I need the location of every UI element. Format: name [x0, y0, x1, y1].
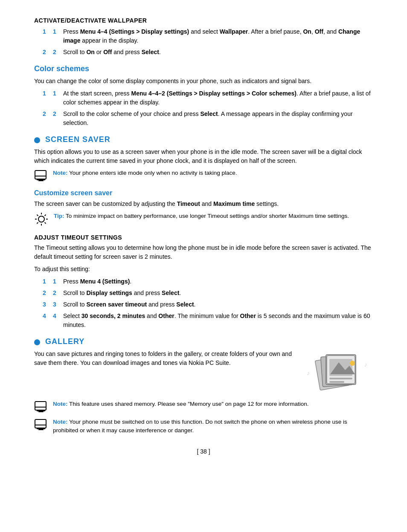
svg-rect-26: [38, 411, 44, 412]
adjust-timeout-desc2: To adjust this setting:: [34, 265, 373, 274]
cs-step-2-text: Scroll to the color scheme of your choic…: [63, 110, 373, 127]
gallery-note-1-text: Note: This feature uses shared memory. P…: [53, 400, 309, 408]
svg-text:♪: ♪: [307, 370, 310, 376]
gallery-note-2-text: Note: Your phone must be switched on to …: [53, 418, 373, 435]
svg-line-10: [45, 223, 46, 224]
gallery-bullet: [34, 339, 40, 345]
step-1: 1 Press Menu 4–4 (Settings > Display set…: [43, 27, 373, 45]
gallery-note-2-label: Note:: [53, 419, 68, 425]
svg-rect-1: [37, 179, 45, 180]
tip-svg: [34, 212, 49, 226]
svg-rect-3: [35, 176, 46, 176]
svg-line-11: [45, 215, 46, 216]
screen-saver-desc: This option allows you to use as a scree…: [34, 147, 373, 165]
adjust-timeout-title: ADJUST TIMEOUT SETTINGS: [34, 234, 373, 241]
gallery-section: GALLERY You can save pictures and ringin…: [34, 337, 373, 435]
cs-step-2: 2 Scroll to the color scheme of your cho…: [43, 110, 373, 127]
svg-rect-27: [35, 407, 46, 408]
svg-text:♪: ♪: [364, 361, 367, 368]
gallery-content: You can save pictures and ringing tones …: [34, 350, 373, 396]
step-number-2: 2: [53, 48, 61, 57]
svg-point-21: [350, 361, 355, 366]
screen-saver-section: SCREEN SAVER This option allows you to u…: [34, 135, 373, 182]
adjust-timeout-section: ADJUST TIMEOUT SETTINGS The Timeout sett…: [34, 234, 373, 330]
note-label: Note:: [53, 170, 68, 176]
activate-wallpaper-section: ACTIVATE/DEACTIVATE WALLPAPER 1 Press Me…: [34, 17, 373, 57]
cs-step-1: 1 At the start screen, press Menu 4–4–2 …: [43, 89, 373, 107]
gallery-image: ♪ ♪: [305, 350, 373, 396]
color-schemes-section: Color schemes You can change the color o…: [34, 64, 373, 127]
step-1-text: Press Menu 4–4 (Settings > Display setti…: [63, 27, 373, 45]
note-icon-gallery-1: [34, 401, 48, 413]
gallery-note-2: Note: Your phone must be switched on to …: [34, 418, 373, 435]
tip-body: To minimize impact on battery performanc…: [64, 213, 349, 219]
cs-step-number-1: 1: [53, 89, 61, 107]
at-step-num-4: 4: [53, 312, 61, 330]
gallery-note-1-label: Note:: [53, 401, 68, 407]
adjust-timeout-desc1: The Timeout setting allows you to determ…: [34, 243, 373, 261]
gallery-text-block: You can save pictures and ringing tones …: [34, 350, 296, 371]
step-2-text: Scroll to On or Off and press Select.: [63, 48, 161, 57]
svg-rect-23: [329, 381, 344, 383]
cs-step-1-text: At the start screen, press Menu 4–4–2 (S…: [63, 89, 373, 107]
svg-rect-0: [35, 171, 46, 179]
screen-saver-note: Note: Your phone enters idle mode only w…: [34, 169, 373, 182]
gallery-header: GALLERY: [34, 337, 373, 346]
at-step-num-3: 3: [53, 300, 61, 309]
customize-title: Customize screen saver: [34, 189, 373, 197]
tip-box: Tip: To minimize impact on battery perfo…: [34, 212, 373, 226]
svg-line-9: [37, 215, 38, 216]
note-icon-gallery-2: [34, 419, 48, 431]
screen-saver-note-text: Note: Your phone enters idle mode only w…: [53, 169, 237, 177]
svg-rect-25: [37, 410, 45, 411]
tip-icon: [34, 212, 49, 226]
at-step-3-text: Scroll to Screen saver timeout and press…: [63, 300, 196, 309]
screen-saver-bullet: [34, 137, 40, 143]
gallery-desc: You can save pictures and ringing tones …: [34, 350, 296, 367]
note-svg-gallery-2: [34, 419, 48, 431]
svg-rect-29: [37, 428, 45, 429]
at-step-num-2: 2: [53, 289, 61, 298]
svg-rect-24: [35, 402, 46, 410]
screen-saver-header: SCREEN SAVER: [34, 135, 373, 144]
note-body: Your phone enters idle mode only when no…: [68, 170, 237, 176]
gallery-note-2-body: Your phone must be switched on to use th…: [53, 419, 347, 434]
note-icon-screen-saver: [34, 170, 48, 182]
svg-point-4: [38, 216, 44, 222]
at-step-3: 3 Scroll to Screen saver timeout and pre…: [43, 300, 373, 309]
cs-step-number-2: 2: [53, 110, 61, 127]
activate-wallpaper-steps: 1 Press Menu 4–4 (Settings > Display set…: [43, 27, 373, 57]
svg-rect-2: [38, 180, 44, 181]
at-step-num-1: 1: [53, 277, 61, 286]
step-2: 2 Scroll to On or Off and press Select.: [43, 48, 373, 57]
svg-rect-31: [35, 425, 46, 425]
at-step-2-text: Scroll to Display settings and press Sel…: [63, 289, 181, 298]
svg-rect-28: [35, 419, 46, 428]
gallery-note-1-body: This feature uses shared memory. Please …: [68, 401, 309, 407]
page-number: [ 38 ]: [34, 448, 373, 455]
svg-line-12: [37, 223, 38, 224]
color-schemes-desc: You can change the color of some display…: [34, 77, 373, 86]
at-step-1-text: Press Menu 4 (Settings).: [63, 277, 131, 286]
activate-wallpaper-title: ACTIVATE/DEACTIVATE WALLPAPER: [34, 17, 373, 24]
screen-saver-title: SCREEN SAVER: [45, 135, 110, 144]
at-step-4-text: Select 30 seconds, 2 minutes and Other. …: [63, 312, 373, 330]
customize-screen-saver-section: Customize screen saver The screen saver …: [34, 189, 373, 226]
note-svg-gallery-1: [34, 401, 48, 413]
at-step-1: 1 Press Menu 4 (Settings).: [43, 277, 373, 286]
at-step-2: 2 Scroll to Display settings and press S…: [43, 289, 373, 298]
color-schemes-steps: 1 At the start screen, press Menu 4–4–2 …: [43, 89, 373, 127]
step-number-1: 1: [53, 27, 61, 45]
customize-desc: The screen saver can be customized by ad…: [34, 200, 373, 208]
gallery-svg: ♪ ♪: [305, 350, 373, 396]
tip-text: Tip: To minimize impact on battery perfo…: [54, 212, 349, 220]
gallery-title: GALLERY: [45, 337, 84, 346]
adjust-timeout-steps: 1 Press Menu 4 (Settings). 2 Scroll to D…: [43, 277, 373, 330]
note-svg-screen-saver: [34, 170, 48, 182]
at-step-4: 4 Select 30 seconds, 2 minutes and Other…: [43, 312, 373, 330]
tip-label: Tip:: [54, 213, 64, 219]
gallery-note-1: Note: This feature uses shared memory. P…: [34, 400, 373, 413]
color-schemes-title: Color schemes: [34, 64, 373, 73]
svg-rect-22: [329, 378, 352, 379]
svg-rect-30: [38, 429, 44, 430]
